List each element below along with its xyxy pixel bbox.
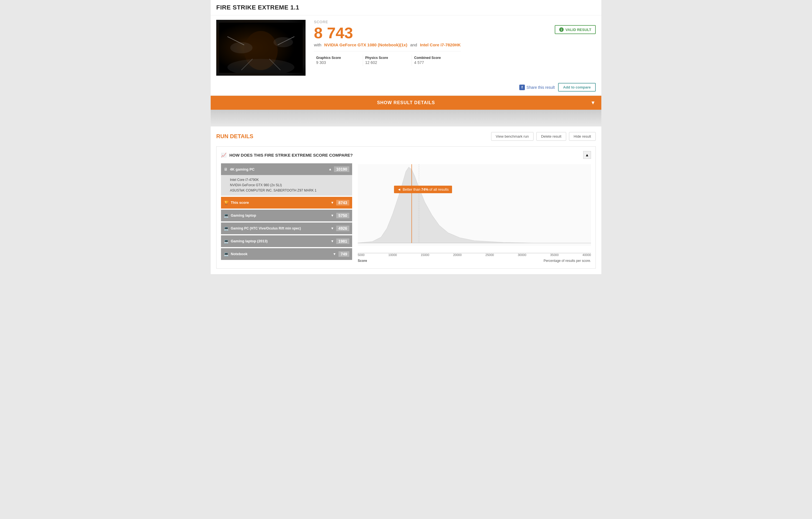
chevron-down-icon-notebook: ▼ <box>333 252 336 256</box>
cpu-name: Intel Core i7-7820HK <box>420 43 461 47</box>
x-label-20000: 20000 <box>453 253 462 256</box>
compare-title-text: HOW DOES THIS FIRE STRIKE EXTREME SCORE … <box>229 153 353 158</box>
x-label-40000: 40000 <box>582 253 591 256</box>
better-than-label: Better than 74% of all results <box>394 186 452 193</box>
x-label-15000: 15000 <box>421 253 430 256</box>
delete-result-button[interactable]: Delete result <box>536 132 566 141</box>
chart-footer-score-label: Score <box>358 259 367 263</box>
bar-item-this-score[interactable]: 🏆 This score ▼ 8743 <box>221 197 352 209</box>
chevron-down-icon: ▼ <box>590 100 596 106</box>
add-to-compare-button[interactable]: Add to compare <box>558 83 596 91</box>
x-label-30000: 30000 <box>518 253 526 256</box>
bar-label-notebook: Notebook <box>231 252 331 256</box>
score-label: SCORE <box>314 20 596 24</box>
x-label-25000: 25000 <box>486 253 494 256</box>
valid-badge-label: VALID RESULT <box>565 28 591 32</box>
laptop-icon-gaming: 💻 <box>224 213 229 218</box>
combined-score-value: 4 577 <box>414 60 459 65</box>
chevron-down-icon-this: ▼ <box>331 201 334 204</box>
combined-score-label: Combined Score <box>414 56 459 60</box>
bar-item-notebook[interactable]: 💻 Notebook ▼ 749 <box>221 248 352 260</box>
run-details-section: RUN DETAILS View benchmark run Delete re… <box>211 127 601 274</box>
chart-footer-pct-label: Percentage of results per score. <box>544 259 591 263</box>
bar-item-gaming-laptop[interactable]: 💻 Gaming laptop ▼ 5750 <box>221 210 352 221</box>
graphics-score-label: Graphics Score <box>316 56 360 60</box>
trophy-icon: 🏆 <box>224 200 229 205</box>
graphics-score-value: 9 303 <box>316 60 360 65</box>
x-axis-labels: 5000 10000 15000 20000 25000 30000 35000… <box>358 253 591 256</box>
physics-score-value: 12 602 <box>365 60 410 65</box>
bar-row-4k-gaming: 🖥 4K gaming PC ▲ 10190 Intel Core i7-479… <box>221 163 352 196</box>
top-card: FIRE STRIKE EXTREME 1.1 <box>211 0 601 96</box>
bar-row-gaming-2013: 💻 Gaming laptop (2013) ▼ 1981 <box>221 235 352 247</box>
background-strip <box>211 110 601 127</box>
better-than-suffix: of all results <box>430 187 449 192</box>
hide-result-button[interactable]: Hide result <box>569 132 596 141</box>
bar-item-gaming-2013[interactable]: 💻 Gaming laptop (2013) ▼ 1981 <box>221 235 352 247</box>
chevron-down-icon-gaming: ▼ <box>331 214 334 217</box>
share-label: Share this result <box>526 85 555 90</box>
chart-icon: 📈 <box>221 153 227 158</box>
benchmark-image-inner <box>216 20 306 76</box>
bar-label-2013: Gaming laptop (2013) <box>231 239 328 243</box>
sub-detail-cpu-4k: Intel Core i7-4790K <box>230 177 349 183</box>
benchmark-artwork <box>219 23 303 73</box>
bar-row-notebook: 💻 Notebook ▼ 749 <box>221 248 352 260</box>
bar-score-this: 8743 <box>336 200 349 206</box>
graphics-score-item: Graphics Score 9 303 <box>314 55 363 66</box>
benchmark-image <box>216 20 306 76</box>
page-wrapper: FIRE STRIKE EXTREME 1.1 <box>211 0 601 274</box>
chart-footer: Score Percentage of results per score. <box>358 259 591 263</box>
monitor-icon-4k: 🖥 <box>224 167 228 171</box>
sub-detail-gpu-4k: NVIDIA GeForce GTX 980 (2x SLI) <box>230 183 349 188</box>
bar-score-2013: 1981 <box>336 239 349 244</box>
with-text: with <box>314 43 321 47</box>
title-bar: FIRE STRIKE EXTREME 1.1 <box>211 0 601 16</box>
bar-score-4k: 10190 <box>334 166 349 172</box>
better-than-pct: 74% <box>421 187 428 192</box>
svg-point-8 <box>273 37 293 47</box>
gpu-name: NVIDIA GeForce GTX 1080 (Notebook)(1x) <box>324 43 407 47</box>
bars-list: 🖥 4K gaming PC ▲ 10190 Intel Core i7-479… <box>221 163 352 264</box>
score-section: SCORE 8 743 with NVIDIA GeForce GTX 1080… <box>211 16 601 80</box>
share-button[interactable]: f Share this result <box>519 85 555 90</box>
distribution-svg <box>358 163 591 253</box>
bar-label-this: This score <box>231 200 328 204</box>
bar-label-4k: 4K gaming PC <box>230 167 326 171</box>
chart-area: 🖥 4K gaming PC ▲ 10190 Intel Core i7-479… <box>221 163 591 264</box>
dist-chart-inner: Better than 74% of all results 5000 1000… <box>358 163 591 264</box>
show-details-banner[interactable]: SHOW RESULT DETAILS ▼ <box>211 96 601 110</box>
x-label-5000: 5000 <box>358 253 365 256</box>
bar-row-htc: 💻 Gaming PC (HTC Vive/Oculus Rift min sp… <box>221 222 352 234</box>
bar-item-4k-gaming[interactable]: 🖥 4K gaming PC ▲ 10190 <box>221 163 352 175</box>
valid-result-badge: i VALID RESULT <box>555 25 596 34</box>
score-info: SCORE 8 743 with NVIDIA GeForce GTX 1080… <box>306 20 596 66</box>
actions-row: f Share this result Add to compare <box>211 80 601 95</box>
score-with: with NVIDIA GeForce GTX 1080 (Notebook)(… <box>314 43 461 47</box>
run-details-header: RUN DETAILS View benchmark run Delete re… <box>216 132 596 141</box>
valid-badge: i VALID RESULT <box>555 25 596 34</box>
laptop-icon-notebook: 💻 <box>224 252 229 256</box>
chevron-up-icon-4k: ▲ <box>328 167 332 171</box>
laptop-icon-2013: 💻 <box>224 239 229 243</box>
run-details-title: RUN DETAILS <box>216 133 253 140</box>
and-text: and <box>410 43 417 47</box>
bar-score-gaming-laptop: 5750 <box>336 213 349 218</box>
laptop-icon-htc: 💻 <box>224 226 229 230</box>
page-title: FIRE STRIKE EXTREME 1.1 <box>216 4 596 11</box>
sub-detail-mobo-4k: ASUSTeK COMPUTER INC. SABERTOOTH Z97 MAR… <box>230 188 349 193</box>
x-label-10000: 10000 <box>388 253 397 256</box>
show-details-label: SHOW RESULT DETAILS <box>377 100 435 105</box>
bar-item-htc[interactable]: 💻 Gaming PC (HTC Vive/Oculus Rift min sp… <box>221 222 352 234</box>
bar-label-gaming-laptop: Gaming laptop <box>231 213 328 217</box>
view-benchmark-run-button[interactable]: View benchmark run <box>491 132 533 141</box>
compare-title: 📈 HOW DOES THIS FIRE STRIKE EXTREME SCOR… <box>221 151 591 159</box>
combined-score-item: Combined Score 4 577 <box>412 55 461 66</box>
chevron-down-icon-2013: ▼ <box>331 239 334 243</box>
collapse-button[interactable]: ▲ <box>583 151 591 159</box>
bar-label-htc: Gaming PC (HTC Vive/Oculus Rift min spec… <box>231 226 328 230</box>
facebook-icon: f <box>519 85 525 90</box>
physics-score-item: Physics Score 12 602 <box>363 55 412 66</box>
distribution-chart: Better than 74% of all results 5000 1000… <box>352 163 591 264</box>
bar-row-this-score: 🏆 This score ▼ 8743 <box>221 197 352 209</box>
